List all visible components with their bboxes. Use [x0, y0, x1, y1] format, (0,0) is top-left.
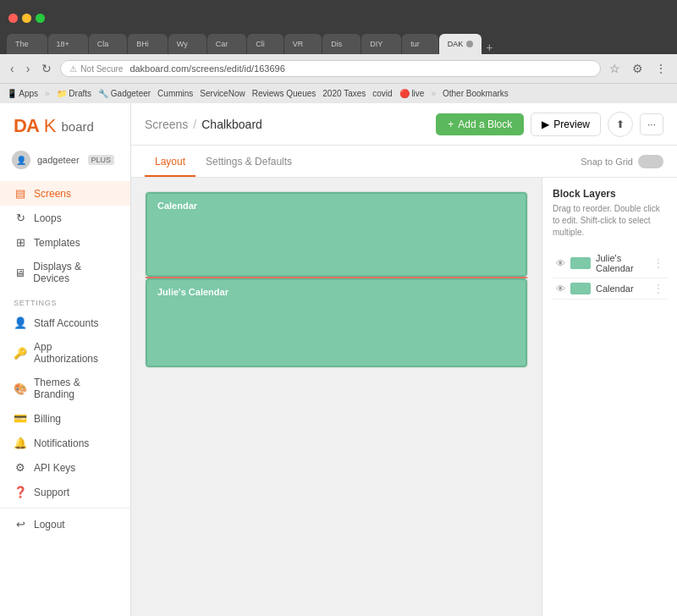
tab-close[interactable] — [466, 41, 473, 47]
address-bar[interactable]: ⚠ Not Secure dakboard.com/screens/edit/i… — [60, 60, 601, 77]
support-icon: ❓ — [14, 486, 27, 498]
back-button[interactable]: ‹ — [7, 60, 18, 77]
bookmark-servicenow[interactable]: ServiceNow — [200, 89, 245, 98]
sidebar-item-api[interactable]: ⚙ API Keys — [0, 455, 130, 480]
browser-tab[interactable]: Cla — [89, 34, 128, 54]
layer-item-calendar[interactable]: 👁 Calendar ⋮ — [553, 278, 667, 300]
layer-item-julies-calendar[interactable]: 👁 Julie's Calendar ⋮ — [553, 249, 667, 278]
sidebar-item-label: Staff Accounts — [34, 317, 99, 329]
sidebar-item-displays[interactable]: 🖥 Displays & Devices — [0, 255, 130, 290]
visibility-icon[interactable]: 👁 — [556, 283, 565, 294]
main-content: Screens / Chalkboard + Add a Block ▶ Pre… — [131, 103, 677, 616]
more-options-button[interactable]: ··· — [640, 113, 663, 135]
tab-close[interactable] — [268, 41, 275, 47]
share-button[interactable]: ⬆ — [608, 112, 633, 137]
sidebar-item-label: API Keys — [34, 462, 75, 474]
bookmark-button[interactable]: ☆ — [606, 60, 624, 77]
close-button[interactable] — [8, 14, 18, 23]
browser-tab[interactable]: DIY — [361, 34, 401, 54]
tab-close[interactable] — [191, 41, 198, 47]
sidebar-item-loops[interactable]: ↻ Loops — [0, 206, 130, 230]
share-icon: ⬆ — [616, 118, 625, 130]
bookmark-apps[interactable]: 📱 Apps — [7, 89, 38, 98]
bookmarks-bar: 📱 Apps » 📁 Drafts 🔧 Gadgeteer Cummins Se… — [0, 83, 677, 103]
snap-toggle[interactable] — [638, 155, 663, 168]
sidebar-nav: ▤ Screens ↻ Loops ⊞ Templates 🖥 Displays… — [0, 178, 130, 616]
browser-tab[interactable]: BHi — [128, 34, 168, 54]
sidebar-item-label: Notifications — [34, 437, 89, 449]
tab-close[interactable] — [423, 41, 430, 47]
tab-close[interactable] — [386, 41, 393, 47]
sidebar-item-app-auth[interactable]: 🔑 App Authorizations — [0, 335, 130, 371]
refresh-button[interactable]: ↻ — [38, 60, 55, 77]
browser-tab[interactable]: Wy — [168, 34, 206, 54]
calendar-block[interactable]: Calendar — [146, 192, 527, 277]
browser-tab[interactable]: tur — [402, 34, 438, 54]
julies-calendar-block[interactable]: Julie's Calendar — [146, 278, 527, 367]
sidebar-item-templates[interactable]: ⊞ Templates — [0, 230, 130, 255]
traffic-lights — [8, 14, 45, 23]
sidebar-item-notifications[interactable]: 🔔 Notifications — [0, 431, 130, 455]
tab-close[interactable] — [73, 41, 80, 47]
sidebar-item-billing[interactable]: 💳 Billing — [0, 406, 130, 431]
layer-name: Calendar — [596, 283, 648, 294]
tab-settings[interactable]: Settings & Defaults — [195, 146, 302, 177]
play-icon: ▶ — [542, 118, 549, 130]
address-text: dakboard.com/screens/edit/id/163696 — [129, 63, 284, 74]
bookmark-covid[interactable]: covid — [372, 89, 392, 98]
menu-button[interactable]: ⋮ — [652, 60, 670, 77]
settings-section-label: SETTINGS — [0, 290, 130, 311]
tab-close[interactable] — [112, 41, 118, 47]
templates-icon: ⊞ — [14, 236, 27, 249]
snap-to-grid: Snap to Grid — [581, 155, 663, 168]
browser-tab[interactable]: VR — [284, 34, 322, 54]
preview-label: Preview — [553, 118, 590, 130]
bookmark-reviews[interactable]: Reviews Queues — [252, 89, 316, 98]
sidebar-item-support[interactable]: ❓ Support — [0, 480, 130, 504]
sidebar-item-screens[interactable]: ▤ Screens — [0, 181, 130, 206]
header-actions: + Add a Block ▶ Preview ⬆ ··· — [436, 112, 663, 137]
themes-icon: 🎨 — [14, 382, 27, 395]
browser-tab[interactable]: Cli — [247, 34, 283, 54]
bookmark-taxes[interactable]: 2020 Taxes — [322, 89, 366, 98]
browser-tab[interactable]: 18+ — [48, 34, 88, 54]
sidebar-item-themes[interactable]: 🎨 Themes & Branding — [0, 371, 130, 406]
tab-close[interactable] — [32, 41, 39, 47]
minimize-button[interactable] — [22, 14, 31, 23]
tabs-list: Layout Settings & Defaults — [145, 146, 302, 177]
visibility-icon[interactable]: 👁 — [556, 258, 565, 268]
maximize-button[interactable] — [36, 14, 45, 23]
browser-tab[interactable]: Car — [207, 34, 247, 54]
tab-close[interactable] — [231, 41, 238, 47]
breadcrumb-parent[interactable]: Screens — [145, 118, 188, 131]
tab-close[interactable] — [306, 41, 313, 47]
sidebar-item-label: Loops — [34, 212, 62, 224]
bookmark-other[interactable]: Other Bookmarks — [443, 89, 509, 98]
bookmark-drafts[interactable]: 📁 Drafts — [57, 89, 91, 98]
app-container: DAKboard 👤 gadgeteer PLUS ▤ Screens ↻ Lo… — [0, 103, 677, 616]
sidebar-item-logout[interactable]: ↩ Logout — [0, 512, 130, 536]
bookmark-gadgeteer[interactable]: 🔧 Gadgeteer — [98, 89, 151, 98]
preview-button[interactable]: ▶ Preview — [531, 113, 601, 136]
forward-button[interactable]: › — [23, 60, 34, 77]
api-icon: ⚙ — [14, 461, 27, 474]
bookmark-live[interactable]: 🔴 live — [399, 89, 425, 98]
tab-close[interactable] — [152, 41, 159, 47]
sidebar-item-staff[interactable]: 👤 Staff Accounts — [0, 311, 130, 335]
drag-handle-icon[interactable]: ⋮ — [653, 283, 663, 294]
extensions-button[interactable]: ⚙ — [629, 60, 647, 77]
new-tab-button[interactable]: + — [486, 41, 493, 54]
screens-icon: ▤ — [14, 187, 27, 200]
browser-toolbar: ‹ › ↻ ⚠ Not Secure dakboard.com/screens/… — [0, 54, 677, 83]
browser-tab[interactable]: Dis — [322, 34, 361, 54]
user-plan-badge: PLUS — [88, 155, 115, 165]
tab-layout[interactable]: Layout — [145, 146, 195, 177]
tab-close[interactable] — [345, 41, 352, 47]
browser-tab-active[interactable]: DAK — [439, 34, 482, 54]
browser-tab[interactable]: The — [7, 34, 47, 54]
sidebar-item-label: Themes & Branding — [34, 377, 117, 400]
add-block-button[interactable]: + Add a Block — [436, 113, 524, 135]
drag-handle-icon[interactable]: ⋮ — [653, 257, 663, 269]
bookmark-cummins[interactable]: Cummins — [157, 89, 193, 98]
add-block-label: Add a Block — [458, 118, 512, 130]
